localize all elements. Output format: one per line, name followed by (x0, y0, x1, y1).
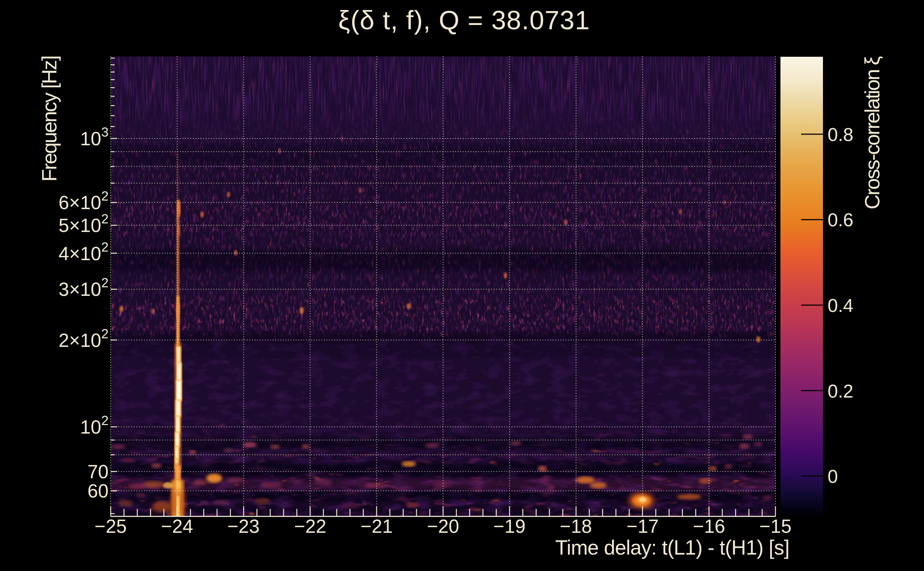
svg-text:−25: −25 (94, 516, 127, 537)
svg-text:Time delay: t(L1) - t(H1) [s]: Time delay: t(L1) - t(H1) [s] (555, 536, 790, 559)
svg-text:2×102: 2×102 (59, 327, 108, 351)
svg-text:6×102: 6×102 (59, 189, 108, 213)
svg-text:−18: −18 (560, 516, 592, 537)
svg-text:−16: −16 (693, 516, 725, 537)
svg-text:−21: −21 (361, 516, 393, 537)
svg-text:5×102: 5×102 (59, 211, 108, 236)
svg-text:4×102: 4×102 (59, 240, 108, 264)
svg-text:0.2: 0.2 (828, 381, 853, 401)
svg-text:−24: −24 (161, 516, 193, 537)
svg-text:−15: −15 (759, 516, 791, 537)
svg-text:3×102: 3×102 (59, 276, 108, 300)
svg-text:70: 70 (88, 461, 108, 482)
svg-text:0.4: 0.4 (828, 295, 853, 316)
svg-text:Cross-correlation ξ: Cross-correlation ξ (861, 56, 884, 210)
svg-text:−19: −19 (493, 516, 525, 537)
svg-text:0: 0 (828, 466, 838, 487)
svg-text:−20: −20 (427, 516, 459, 537)
svg-text:−23: −23 (227, 516, 260, 537)
svg-text:60: 60 (88, 480, 108, 502)
svg-text:−22: −22 (294, 516, 326, 537)
svg-text:0.8: 0.8 (828, 124, 853, 145)
svg-text:Frequency [Hz]: Frequency [Hz] (37, 56, 61, 182)
svg-text:−17: −17 (627, 516, 659, 537)
svg-text:0.6: 0.6 (828, 210, 853, 230)
svg-text:ξ(δ t, f), Q = 38.0731: ξ(δ t, f), Q = 38.0731 (338, 5, 590, 35)
